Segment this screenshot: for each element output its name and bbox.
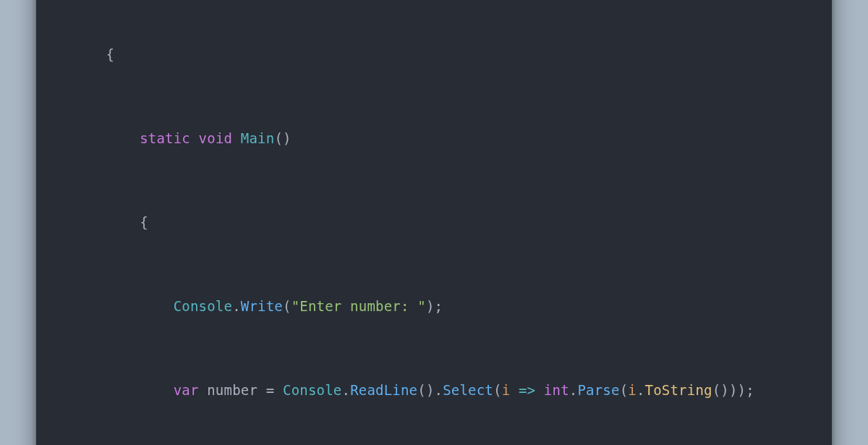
method-write: Write — [241, 298, 283, 314]
keyword-void: void — [199, 130, 233, 146]
variable-number: number — [207, 382, 258, 398]
code-lines[interactable]: using System; using System.Linq; namespa… — [72, 0, 813, 445]
method-main: Main — [241, 130, 275, 146]
method-readline: ReadLine — [350, 382, 417, 398]
keyword-int: int — [544, 382, 569, 398]
code-line[interactable]: static void Main() — [72, 128, 813, 149]
line-number-gutter: 1234567891011121314151617 — [49, 0, 72, 445]
keyword-static: static — [140, 130, 190, 146]
code-area[interactable]: 1234567891011121314151617 using System; … — [49, 0, 812, 445]
method-select: Select — [443, 382, 493, 398]
code-line[interactable]: { — [72, 212, 813, 233]
code-line[interactable]: { — [72, 44, 813, 65]
code-editor: 1234567891011121314151617 using System; … — [36, 0, 832, 445]
method-tostring: ToString — [645, 382, 712, 398]
lambda-param: i — [502, 382, 511, 398]
string-literal: "Enter number: " — [292, 298, 426, 314]
method-parse: Parse — [577, 382, 619, 398]
keyword-var: var — [174, 382, 199, 398]
lambda-arrow: => — [519, 382, 535, 398]
code-line[interactable]: var number = Console.ReadLine().Select(i… — [72, 380, 813, 401]
identifier-console: Console — [174, 298, 232, 314]
code-line[interactable]: Console.Write("Enter number: "); — [72, 296, 813, 317]
